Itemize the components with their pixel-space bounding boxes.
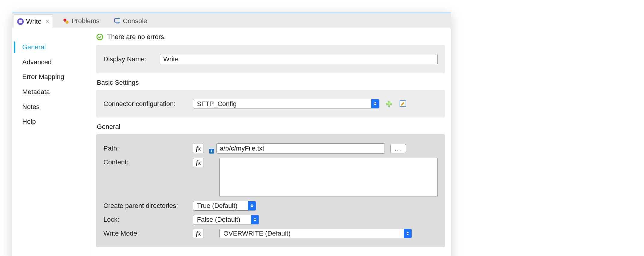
path-label: Path: [103, 144, 188, 153]
sidebar: General Advanced Error Mapping Metadata … [12, 28, 90, 256]
general-settings-panel: Path: fx i ... Content: fx Create parent… [96, 134, 445, 247]
connector-label: Connector configuration: [103, 99, 188, 108]
browse-label: ... [395, 145, 402, 153]
sidebar-item-notes[interactable]: Notes [12, 99, 90, 114]
svg-rect-7 [116, 23, 119, 23]
svg-rect-6 [115, 19, 120, 22]
svg-rect-3 [20, 22, 21, 22]
console-icon [114, 18, 121, 24]
sidebar-item-general[interactable]: General [12, 40, 90, 55]
sidebar-item-label: Error Mapping [22, 73, 64, 81]
path-input[interactable] [216, 143, 385, 154]
content-label: Content: [103, 158, 188, 167]
svg-point-5 [66, 21, 69, 24]
basic-settings-panel: Connector configuration: SFTP_Config [96, 90, 445, 117]
section-title: General [97, 122, 444, 131]
editor-body: General Advanced Error Mapping Metadata … [12, 28, 451, 256]
browse-button[interactable]: ... [390, 144, 406, 153]
sidebar-item-metadata[interactable]: Metadata [12, 84, 90, 99]
display-name-label: Display Name: [103, 55, 155, 64]
sidebar-item-advanced[interactable]: Advanced [12, 55, 90, 70]
edit-config-button[interactable] [399, 99, 407, 108]
select-value: SFTP_Config [197, 99, 237, 108]
display-name-input[interactable] [160, 54, 438, 64]
fx-button[interactable]: fx [193, 158, 204, 167]
basic-settings-header: Basic Settings [96, 76, 445, 87]
write-mode-select[interactable]: OVERWRITE (Default) [219, 229, 412, 238]
status-row: There are no errors. [96, 32, 445, 41]
sidebar-item-label: Notes [22, 103, 39, 111]
fx-label: fx [196, 159, 201, 166]
chevron-updown-icon [248, 201, 256, 210]
fx-label: fx [196, 230, 201, 237]
fx-button[interactable]: fx [193, 144, 204, 153]
select-value: OVERWRITE (Default) [223, 229, 290, 238]
chevron-updown-icon [404, 229, 412, 238]
chevron-updown-icon [251, 215, 259, 224]
tab-problems[interactable]: Problems [60, 14, 104, 28]
display-name-panel: Display Name: [96, 45, 445, 73]
lock-select[interactable]: False (Default) [193, 215, 259, 224]
sidebar-item-label: Advanced [22, 58, 52, 66]
lock-label: Lock: [103, 215, 188, 224]
info-icon: i [209, 149, 214, 154]
fx-button[interactable]: fx [193, 229, 204, 238]
tab-label: Problems [72, 17, 100, 26]
status-text: There are no errors. [107, 32, 166, 41]
write-mode-label: Write Mode: [103, 229, 188, 238]
svg-point-9 [97, 35, 102, 39]
tab-label: Write [26, 17, 41, 26]
add-config-button[interactable] [385, 99, 393, 108]
editor-panel: Write ✕ Problems Console [12, 12, 451, 256]
sidebar-item-label: Help [22, 118, 36, 125]
section-title: Basic Settings [97, 78, 444, 87]
fx-label: fx [196, 145, 201, 152]
tab-console[interactable]: Console [111, 14, 152, 28]
sidebar-item-help[interactable]: Help [12, 114, 90, 129]
content-textarea[interactable] [219, 158, 438, 197]
tab-write[interactable]: Write ✕ [14, 14, 53, 28]
problems-icon [63, 18, 69, 24]
connector-select[interactable]: SFTP_Config [193, 99, 379, 108]
select-value: False (Default) [197, 215, 240, 224]
select-value: True (Default) [197, 201, 238, 210]
content-area: There are no errors. Display Name: Basic… [90, 28, 451, 256]
sidebar-item-error-mapping[interactable]: Error Mapping [12, 69, 90, 84]
general-header: General [96, 120, 445, 131]
chevron-updown-icon [371, 99, 379, 108]
tab-strip: Write ✕ Problems Console [12, 12, 451, 28]
tab-label: Console [123, 17, 147, 26]
write-icon [17, 18, 24, 25]
sidebar-item-label: General [22, 43, 46, 51]
create-parent-select[interactable]: True (Default) [193, 201, 256, 211]
ok-icon [96, 33, 103, 41]
svg-rect-2 [20, 21, 21, 21]
svg-rect-13 [386, 103, 392, 104]
create-parent-label: Create parent directories: [103, 201, 188, 210]
close-icon[interactable]: ✕ [45, 18, 50, 25]
sidebar-item-label: Metadata [22, 88, 50, 96]
